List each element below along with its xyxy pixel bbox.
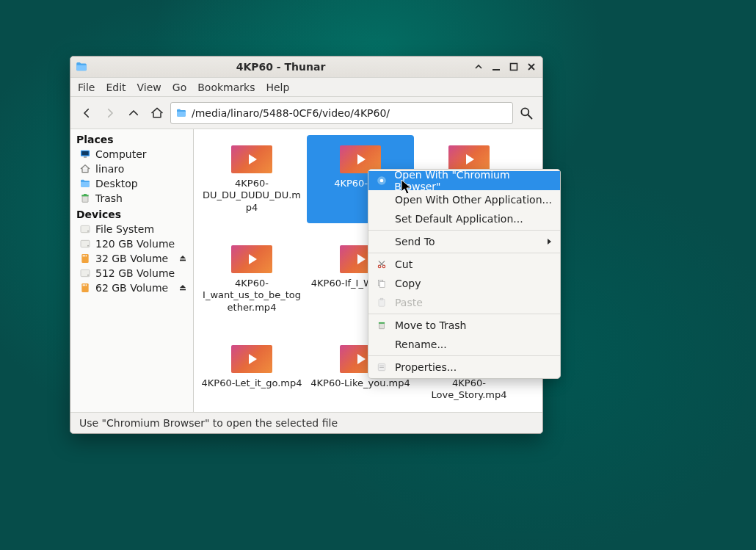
context-menu: Open With "Chromium Browser" Open With O… <box>368 169 561 379</box>
ctx-separator <box>368 230 560 231</box>
svg-point-12 <box>87 245 89 247</box>
search-button[interactable] <box>516 103 537 123</box>
svg-rect-0 <box>493 69 500 70</box>
file-name: 4KP60-DU_DU_DUDU_DU.mp4 <box>201 178 302 214</box>
ctx-label: Open With Other Application... <box>395 194 552 206</box>
video-thumbnail-icon <box>231 345 272 373</box>
minimize-button[interactable] <box>491 62 501 72</box>
ctx-copy[interactable]: Copy <box>368 274 560 293</box>
svg-rect-17 <box>180 260 186 261</box>
ctx-label: Send To <box>395 236 435 247</box>
ctx-label: Rename... <box>395 339 447 350</box>
sidebar-item-label: Computer <box>95 148 147 160</box>
ctx-label: Paste <box>395 297 423 308</box>
ctx-send-to[interactable]: Send To <box>368 232 560 251</box>
svg-rect-7 <box>81 195 88 196</box>
ctx-paste: Paste <box>368 293 560 312</box>
menu-help[interactable]: Help <box>266 82 289 93</box>
home-icon <box>79 163 91 175</box>
disk-icon <box>79 223 91 235</box>
file-item[interactable]: 4KP60-DU_DU_DUDU_DU.mp4 <box>198 135 305 223</box>
menu-bookmarks[interactable]: Bookmarks <box>197 82 255 93</box>
file-name: 4KP60-Like_you.mp4 <box>310 377 410 389</box>
roll-up-button[interactable] <box>473 62 484 72</box>
sd-card-icon <box>79 282 91 294</box>
trash-icon <box>79 192 91 204</box>
ctx-label: Move to Trash <box>395 319 467 331</box>
ctx-separator <box>368 253 560 253</box>
sidebar-item-label: linaro <box>95 163 124 175</box>
svg-rect-36 <box>379 366 384 366</box>
nav-back-button[interactable] <box>76 103 97 123</box>
sidebar-item-label: Desktop <box>95 178 138 189</box>
ctx-label: Properties... <box>395 361 457 373</box>
sidebar-item-filesystem[interactable]: File System <box>70 222 193 236</box>
nav-forward-button[interactable] <box>100 103 120 123</box>
menu-file[interactable]: File <box>78 82 95 93</box>
disk-icon <box>79 267 91 279</box>
ctx-open-with-chromium[interactable]: Open With "Chromium Browser" <box>368 171 560 190</box>
path-bar[interactable]: /media/linaro/5488-0CF6/video/4KP60/ <box>170 102 513 124</box>
close-button[interactable] <box>526 62 537 72</box>
menu-bar: File Edit View Go Bookmarks Help <box>70 78 542 97</box>
svg-rect-30 <box>380 282 385 288</box>
svg-rect-33 <box>379 323 385 329</box>
sidebar-item-512gb[interactable]: 512 GB Volume <box>70 266 193 281</box>
svg-rect-1 <box>511 64 517 70</box>
nav-home-button[interactable] <box>147 103 167 123</box>
sidebar-item-120gb[interactable]: 120 GB Volume <box>70 236 193 251</box>
sidebar-item-linaro[interactable]: linaro <box>70 162 193 176</box>
folder-icon <box>175 107 187 119</box>
svg-rect-14 <box>83 255 84 256</box>
eject-icon[interactable] <box>178 282 187 294</box>
sidebar-item-32gb[interactable]: 32 GB Volume <box>70 251 193 266</box>
sidebar-item-label: 512 GB Volume <box>95 267 175 279</box>
maximize-button[interactable] <box>509 62 519 72</box>
ctx-label: Cut <box>395 258 412 270</box>
sidebar-item-computer[interactable]: Computer <box>70 147 193 162</box>
ctx-rename[interactable]: Rename... <box>368 335 560 354</box>
svg-rect-16 <box>86 255 87 256</box>
svg-rect-8 <box>84 194 87 195</box>
status-bar: Use "Chromium Browser" to open the selec… <box>70 412 542 433</box>
svg-rect-23 <box>86 284 87 286</box>
window-controls <box>473 62 538 72</box>
eject-icon[interactable] <box>178 253 187 264</box>
title-bar: 4KP60 - Thunar <box>70 57 542 78</box>
sidebar-item-desktop[interactable]: Desktop <box>70 176 193 191</box>
ctx-cut[interactable]: Cut <box>368 255 560 274</box>
svg-rect-31 <box>379 299 385 306</box>
svg-rect-21 <box>83 284 84 286</box>
svg-rect-37 <box>379 367 384 368</box>
sidebar-item-62gb[interactable]: 62 GB Volume <box>70 281 193 295</box>
ctx-move-to-trash[interactable]: Move to Trash <box>368 316 560 335</box>
menu-edit[interactable]: Edit <box>106 82 126 93</box>
menu-view[interactable]: View <box>137 82 161 93</box>
svg-rect-6 <box>82 196 88 203</box>
sidebar-item-trash[interactable]: Trash <box>70 191 193 206</box>
ctx-set-default[interactable]: Set Default Application... <box>368 209 560 228</box>
desktop-background: 4KP60 - Thunar File Edit View <box>0 0 756 550</box>
svg-point-19 <box>87 275 89 276</box>
video-thumbnail-icon <box>231 145 272 173</box>
menu-go[interactable]: Go <box>172 82 186 93</box>
file-name: 4KP60-Let_it_go.mp4 <box>202 377 302 389</box>
folder-icon <box>75 60 88 73</box>
ctx-label: Open With "Chromium Browser" <box>394 169 553 192</box>
file-item[interactable]: 4KP60-I_want_us_to_be_together.mp4 <box>198 235 305 323</box>
nav-up-button[interactable] <box>123 103 144 123</box>
sd-card-icon <box>79 253 91 264</box>
properties-icon <box>376 362 388 372</box>
window-title: 4KP60 - Thunar <box>92 61 469 73</box>
ctx-open-with-other[interactable]: Open With Other Application... <box>368 190 560 209</box>
ctx-properties[interactable]: Properties... <box>368 358 560 377</box>
sidebar: Places Computer linaro Desktop Trash <box>70 129 194 412</box>
svg-rect-24 <box>180 289 186 291</box>
svg-point-2 <box>521 108 528 115</box>
sidebar-item-label: 32 GB Volume <box>95 253 168 264</box>
paste-icon <box>376 297 388 308</box>
path-text: /media/linaro/5488-0CF6/video/4KP60/ <box>192 107 390 119</box>
monitor-icon <box>79 148 91 160</box>
file-item[interactable]: 4KP60-Let_it_go.mp4 <box>198 335 305 412</box>
copy-icon <box>376 278 388 289</box>
